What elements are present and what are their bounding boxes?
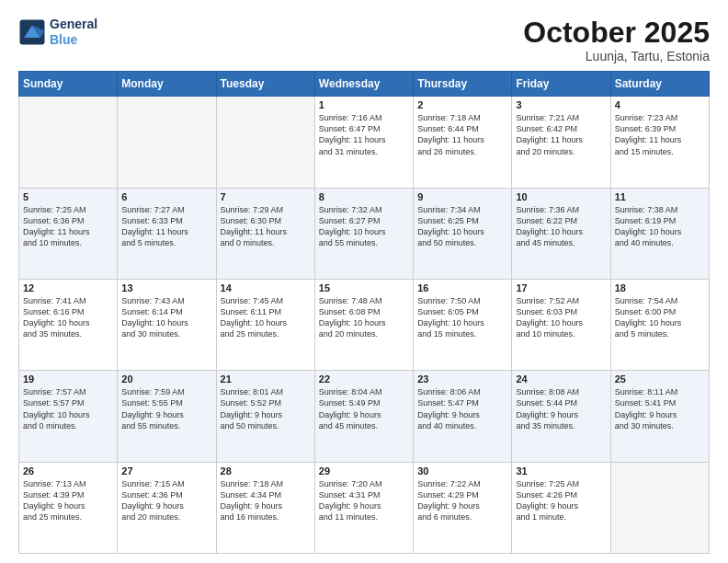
day-info: Sunrise: 7:50 AM Sunset: 6:05 PM Dayligh… xyxy=(417,295,507,340)
calendar-week-row: 26Sunrise: 7:13 AM Sunset: 4:39 PM Dayli… xyxy=(19,462,710,553)
day-number: 17 xyxy=(516,282,606,293)
calendar-cell: 7Sunrise: 7:29 AM Sunset: 6:30 PM Daylig… xyxy=(216,188,314,279)
location: Luunja, Tartu, Estonia xyxy=(523,49,710,63)
day-info: Sunrise: 7:52 AM Sunset: 6:03 PM Dayligh… xyxy=(516,295,606,340)
calendar-cell: 22Sunrise: 8:04 AM Sunset: 5:49 PM Dayli… xyxy=(314,371,413,462)
day-number: 13 xyxy=(121,282,211,293)
calendar-cell: 21Sunrise: 8:01 AM Sunset: 5:52 PM Dayli… xyxy=(216,371,314,462)
calendar-cell: 4Sunrise: 7:23 AM Sunset: 6:39 PM Daylig… xyxy=(610,97,709,188)
day-number: 27 xyxy=(121,465,211,477)
day-number: 16 xyxy=(417,282,507,293)
day-info: Sunrise: 7:15 AM Sunset: 4:36 PM Dayligh… xyxy=(121,478,211,523)
day-number: 1 xyxy=(319,99,409,110)
logo-line2: Blue xyxy=(50,32,77,47)
day-info: Sunrise: 7:18 AM Sunset: 6:44 PM Dayligh… xyxy=(417,112,507,157)
day-info: Sunrise: 7:23 AM Sunset: 6:39 PM Dayligh… xyxy=(615,112,705,157)
day-info: Sunrise: 8:01 AM Sunset: 5:52 PM Dayligh… xyxy=(221,386,311,431)
day-info: Sunrise: 7:32 AM Sunset: 6:27 PM Dayligh… xyxy=(319,204,409,249)
day-number: 28 xyxy=(221,465,311,477)
day-number: 31 xyxy=(516,465,606,477)
calendar-cell: 19Sunrise: 7:57 AM Sunset: 5:57 PM Dayli… xyxy=(19,371,118,462)
day-info: Sunrise: 7:13 AM Sunset: 4:39 PM Dayligh… xyxy=(23,478,113,523)
day-info: Sunrise: 7:16 AM Sunset: 6:47 PM Dayligh… xyxy=(319,112,409,157)
day-number: 10 xyxy=(516,191,606,202)
calendar-cell xyxy=(216,97,314,188)
day-number: 6 xyxy=(121,191,211,202)
calendar-cell: 2Sunrise: 7:18 AM Sunset: 6:44 PM Daylig… xyxy=(414,97,512,188)
calendar-cell: 17Sunrise: 7:52 AM Sunset: 6:03 PM Dayli… xyxy=(512,279,610,370)
calendar-cell: 28Sunrise: 7:18 AM Sunset: 4:34 PM Dayli… xyxy=(216,462,314,553)
logo: General Blue xyxy=(18,17,97,48)
calendar-cell: 1Sunrise: 7:16 AM Sunset: 6:47 PM Daylig… xyxy=(314,97,413,188)
day-info: Sunrise: 8:08 AM Sunset: 5:44 PM Dayligh… xyxy=(516,386,606,431)
day-number: 22 xyxy=(319,373,409,385)
calendar-cell: 12Sunrise: 7:41 AM Sunset: 6:16 PM Dayli… xyxy=(19,279,118,370)
day-info: Sunrise: 7:43 AM Sunset: 6:14 PM Dayligh… xyxy=(121,295,211,340)
col-header-friday: Friday xyxy=(512,72,610,97)
day-number: 25 xyxy=(615,373,705,385)
day-info: Sunrise: 7:59 AM Sunset: 5:55 PM Dayligh… xyxy=(121,386,211,431)
calendar-week-row: 12Sunrise: 7:41 AM Sunset: 6:16 PM Dayli… xyxy=(19,279,710,370)
day-number: 12 xyxy=(23,282,113,293)
day-info: Sunrise: 7:41 AM Sunset: 6:16 PM Dayligh… xyxy=(23,295,113,340)
calendar-cell: 26Sunrise: 7:13 AM Sunset: 4:39 PM Dayli… xyxy=(19,462,118,553)
day-number: 18 xyxy=(615,282,705,293)
day-number: 8 xyxy=(319,191,409,202)
day-number: 3 xyxy=(516,99,606,110)
day-info: Sunrise: 7:29 AM Sunset: 6:30 PM Dayligh… xyxy=(221,204,311,249)
day-number: 26 xyxy=(23,465,113,477)
calendar: SundayMondayTuesdayWednesdayThursdayFrid… xyxy=(18,71,710,554)
day-number: 23 xyxy=(417,373,507,385)
calendar-header-row: SundayMondayTuesdayWednesdayThursdayFrid… xyxy=(19,72,710,97)
calendar-cell: 27Sunrise: 7:15 AM Sunset: 4:36 PM Dayli… xyxy=(118,462,216,553)
calendar-cell: 20Sunrise: 7:59 AM Sunset: 5:55 PM Dayli… xyxy=(118,371,216,462)
calendar-week-row: 1Sunrise: 7:16 AM Sunset: 6:47 PM Daylig… xyxy=(19,97,710,188)
day-info: Sunrise: 7:34 AM Sunset: 6:25 PM Dayligh… xyxy=(417,204,507,249)
calendar-cell: 15Sunrise: 7:48 AM Sunset: 6:08 PM Dayli… xyxy=(314,279,413,370)
calendar-cell: 8Sunrise: 7:32 AM Sunset: 6:27 PM Daylig… xyxy=(314,188,413,279)
day-number: 29 xyxy=(319,465,409,477)
calendar-week-row: 19Sunrise: 7:57 AM Sunset: 5:57 PM Dayli… xyxy=(19,371,710,462)
calendar-cell xyxy=(118,97,216,188)
calendar-cell: 6Sunrise: 7:27 AM Sunset: 6:33 PM Daylig… xyxy=(118,188,216,279)
day-info: Sunrise: 7:20 AM Sunset: 4:31 PM Dayligh… xyxy=(319,478,409,523)
day-info: Sunrise: 7:54 AM Sunset: 6:00 PM Dayligh… xyxy=(615,295,705,340)
calendar-cell: 14Sunrise: 7:45 AM Sunset: 6:11 PM Dayli… xyxy=(216,279,314,370)
col-header-sunday: Sunday xyxy=(19,72,118,97)
calendar-cell: 31Sunrise: 7:25 AM Sunset: 4:26 PM Dayli… xyxy=(512,462,610,553)
day-info: Sunrise: 7:48 AM Sunset: 6:08 PM Dayligh… xyxy=(319,295,409,340)
day-info: Sunrise: 7:25 AM Sunset: 6:36 PM Dayligh… xyxy=(23,204,113,249)
col-header-monday: Monday xyxy=(118,72,216,97)
logo-text: General Blue xyxy=(50,17,97,48)
calendar-cell: 5Sunrise: 7:25 AM Sunset: 6:36 PM Daylig… xyxy=(19,188,118,279)
month-title: October 2025 xyxy=(523,17,710,49)
day-info: Sunrise: 7:21 AM Sunset: 6:42 PM Dayligh… xyxy=(516,112,606,157)
day-info: Sunrise: 7:25 AM Sunset: 4:26 PM Dayligh… xyxy=(516,478,606,523)
calendar-cell: 16Sunrise: 7:50 AM Sunset: 6:05 PM Dayli… xyxy=(414,279,512,370)
calendar-week-row: 5Sunrise: 7:25 AM Sunset: 6:36 PM Daylig… xyxy=(19,188,710,279)
day-info: Sunrise: 7:45 AM Sunset: 6:11 PM Dayligh… xyxy=(221,295,311,340)
calendar-cell: 23Sunrise: 8:06 AM Sunset: 5:47 PM Dayli… xyxy=(414,371,512,462)
logo-line1: General xyxy=(50,17,97,32)
day-number: 11 xyxy=(615,191,705,202)
calendar-cell: 13Sunrise: 7:43 AM Sunset: 6:14 PM Dayli… xyxy=(118,279,216,370)
calendar-cell: 10Sunrise: 7:36 AM Sunset: 6:22 PM Dayli… xyxy=(512,188,610,279)
logo-icon xyxy=(18,18,46,46)
calendar-cell: 9Sunrise: 7:34 AM Sunset: 6:25 PM Daylig… xyxy=(414,188,512,279)
page: General Blue October 2025 Luunja, Tartu,… xyxy=(0,0,728,563)
calendar-cell xyxy=(610,462,709,553)
calendar-cell: 18Sunrise: 7:54 AM Sunset: 6:00 PM Dayli… xyxy=(610,279,709,370)
col-header-wednesday: Wednesday xyxy=(314,72,413,97)
calendar-cell: 29Sunrise: 7:20 AM Sunset: 4:31 PM Dayli… xyxy=(314,462,413,553)
col-header-saturday: Saturday xyxy=(610,72,709,97)
day-info: Sunrise: 7:27 AM Sunset: 6:33 PM Dayligh… xyxy=(121,204,211,249)
calendar-cell xyxy=(19,97,118,188)
calendar-cell: 25Sunrise: 8:11 AM Sunset: 5:41 PM Dayli… xyxy=(610,371,709,462)
title-block: October 2025 Luunja, Tartu, Estonia xyxy=(523,17,710,63)
col-header-thursday: Thursday xyxy=(414,72,512,97)
day-info: Sunrise: 7:36 AM Sunset: 6:22 PM Dayligh… xyxy=(516,204,606,249)
col-header-tuesday: Tuesday xyxy=(216,72,314,97)
day-number: 7 xyxy=(221,191,311,202)
calendar-cell: 24Sunrise: 8:08 AM Sunset: 5:44 PM Dayli… xyxy=(512,371,610,462)
day-number: 2 xyxy=(417,99,507,110)
